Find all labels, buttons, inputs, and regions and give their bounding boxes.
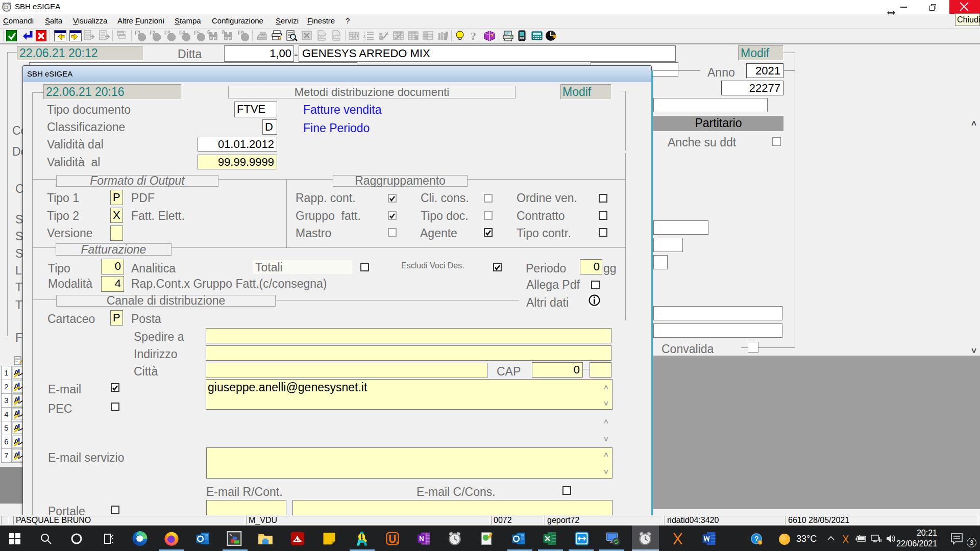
svg-text:2: 2 [363,35,365,38]
svg-text:3: 3 [363,38,365,41]
svg-text:1: 1 [429,36,431,40]
svg-text:XML: XML [334,35,341,39]
svg-text:a: a [353,34,355,39]
svg-text:?: ? [491,33,494,38]
svg-text:N: N [419,535,424,542]
svg-text:?: ? [471,30,476,41]
svg-text:1: 1 [363,31,365,35]
svg-text:CSV: CSV [319,35,326,39]
